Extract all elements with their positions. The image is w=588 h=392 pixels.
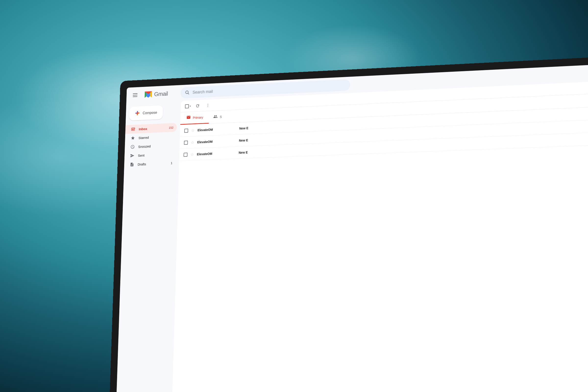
email-checkbox-1[interactable] xyxy=(184,128,188,133)
laptop-frame: Gmail Search mail ✚ xyxy=(110,58,588,392)
email-list-area: ▾ xyxy=(172,82,588,392)
gmail-m-icon xyxy=(144,89,153,100)
gmail-brand-text: Gmail xyxy=(154,90,168,98)
svg-line-1 xyxy=(188,93,189,94)
tab-social[interactable]: S xyxy=(209,111,226,123)
inbox-label: Inbox xyxy=(139,127,147,131)
email-sender-2: ElevateOM xyxy=(197,139,236,144)
email-star-1[interactable]: ☆ xyxy=(191,128,195,133)
compose-plus-icon: ✚ xyxy=(135,110,140,117)
email-subject-text-3: New E xyxy=(239,150,248,154)
inbox-badge: 152 xyxy=(169,126,174,129)
starred-label: Starred xyxy=(138,136,149,140)
select-dropdown-arrow[interactable]: ▾ xyxy=(190,105,191,107)
compose-label: Compose xyxy=(143,110,157,115)
svg-point-4 xyxy=(208,106,208,107)
hamburger-line xyxy=(133,96,138,97)
search-icon xyxy=(185,90,190,96)
email-sender-1: ElevateOM xyxy=(198,126,236,132)
social-tab-label: S xyxy=(220,115,222,119)
drafts-icon xyxy=(130,162,135,167)
primary-tab-label: Primary xyxy=(193,116,203,120)
email-star-2[interactable]: ☆ xyxy=(191,140,195,145)
snoozed-label: Snoozed xyxy=(138,144,151,148)
send-icon xyxy=(130,153,135,158)
select-all-dropdown[interactable]: ▾ xyxy=(185,104,191,108)
refresh-button[interactable] xyxy=(194,102,201,110)
gmail-logo: Gmail xyxy=(144,89,168,100)
hamburger-line xyxy=(133,95,138,96)
more-options-button[interactable] xyxy=(204,102,211,109)
star-icon xyxy=(131,136,135,140)
select-all-checkbox[interactable] xyxy=(185,104,189,108)
svg-point-3 xyxy=(208,105,208,106)
hamburger-line xyxy=(133,93,138,94)
email-sender-3: ElevateOM xyxy=(197,151,236,156)
email-checkbox-3[interactable] xyxy=(184,152,187,157)
drafts-badge: 1 xyxy=(171,161,173,165)
clock-icon xyxy=(130,144,135,149)
primary-tab-icon xyxy=(186,115,191,121)
screen: Gmail Search mail ✚ xyxy=(117,65,588,392)
email-star-3[interactable]: ☆ xyxy=(190,152,194,157)
hamburger-menu-button[interactable] xyxy=(131,91,140,100)
inbox-icon xyxy=(131,126,136,132)
drafts-label: Drafts xyxy=(138,162,146,166)
compose-button[interactable]: ✚ Compose xyxy=(129,105,163,121)
tab-primary[interactable]: Primary xyxy=(180,111,209,125)
sent-label: Sent xyxy=(138,153,145,157)
email-subject-text-1: New E xyxy=(239,126,248,130)
main-area: ✚ Compose Inbox 152 xyxy=(117,82,588,392)
svg-point-2 xyxy=(208,104,208,104)
sidebar-item-drafts[interactable]: Drafts 1 xyxy=(124,158,176,169)
search-input[interactable]: Search mail xyxy=(193,83,346,95)
social-tab-icon xyxy=(213,114,218,120)
gmail-app: Gmail Search mail ✚ xyxy=(117,65,588,392)
email-checkbox-2[interactable] xyxy=(184,140,188,145)
sidebar: ✚ Compose Inbox 152 xyxy=(117,101,181,392)
email-subject-text-2: New E xyxy=(239,138,248,142)
